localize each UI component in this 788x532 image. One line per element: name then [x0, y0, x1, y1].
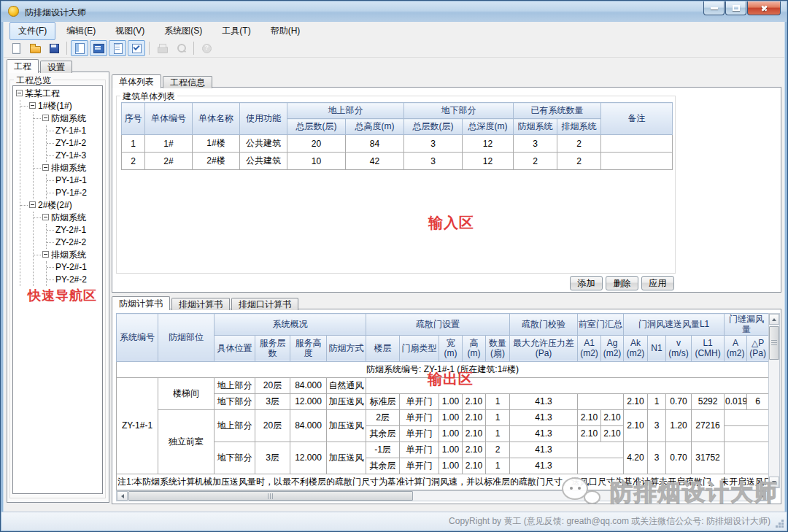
cell[interactable]: 1.20	[666, 409, 692, 442]
cell[interactable]: 4.20	[624, 442, 648, 474]
cell[interactable]: 2.10	[624, 409, 648, 442]
menu-item[interactable]: 工具(T)	[213, 22, 259, 40]
cell[interactable]: 独立前室	[158, 409, 215, 474]
collapse-icon[interactable]	[42, 164, 49, 171]
cell[interactable]: 1.00	[439, 425, 463, 442]
action-button[interactable]: 删除	[606, 276, 638, 290]
tree-node-label[interactable]: ZY-1#-1	[55, 126, 86, 136]
cell[interactable]	[366, 377, 769, 393]
cell[interactable]: 加压送风	[327, 393, 366, 409]
cell[interactable]: 27216	[692, 409, 725, 442]
scroll-left-arrow[interactable]	[117, 491, 128, 501]
minimize-button[interactable]	[703, 1, 725, 15]
cell[interactable]: 1	[486, 425, 510, 442]
open-folder-button[interactable]	[26, 40, 44, 56]
tree-node-label[interactable]: PY-2#-2	[55, 274, 87, 285]
cell[interactable]: 20层	[255, 377, 290, 393]
cell[interactable]: 2#楼	[193, 153, 240, 170]
cell[interactable]: 5292	[692, 393, 725, 409]
tree-node-label[interactable]: ZY-1#-2	[55, 138, 86, 148]
cell[interactable]: 84.000	[290, 377, 327, 393]
tab[interactable]: 工程	[7, 59, 39, 73]
cell[interactable]	[725, 409, 769, 425]
cell[interactable]: 84	[346, 135, 404, 153]
cell[interactable]: -1层	[366, 442, 400, 458]
maximize-button[interactable]	[725, 1, 746, 15]
cell[interactable]: 1	[486, 409, 510, 425]
cell[interactable]: 1	[486, 458, 510, 474]
cell[interactable]: 1#楼	[193, 135, 240, 153]
tree-node-label[interactable]: ZY-1#-3	[55, 150, 86, 161]
cell[interactable]	[601, 135, 673, 153]
horizontal-scrollbar[interactable]	[116, 490, 768, 501]
cell[interactable]: 2.10	[578, 425, 601, 442]
tab[interactable]: 排烟口计算书	[231, 298, 298, 310]
cell[interactable]: 31752	[692, 442, 725, 474]
cell[interactable]: 单开门	[400, 425, 439, 442]
cell[interactable]: 1.00	[439, 393, 463, 409]
tree-node-label[interactable]: PY-1#-1	[55, 175, 87, 185]
scroll-up-arrow[interactable]	[769, 314, 779, 325]
cell[interactable]: 2.10	[578, 409, 601, 425]
tree-node-label[interactable]: 2#楼(2#)	[38, 200, 72, 210]
cell[interactable]: 2.10	[624, 393, 648, 409]
collapse-icon[interactable]	[42, 251, 49, 258]
resize-grip-icon[interactable]	[781, 525, 784, 528]
cell[interactable]: 2.10	[601, 409, 624, 425]
cell[interactable]: 41.3	[510, 409, 578, 425]
tree-node-label[interactable]: 排烟系统	[51, 250, 86, 260]
cell[interactable]: 41.3	[510, 442, 578, 458]
cell[interactable]: 单开门	[400, 409, 439, 425]
cell[interactable]: 1	[122, 135, 145, 153]
cell[interactable]: 10	[287, 153, 346, 170]
tree-node-label[interactable]: PY-2#-1	[55, 262, 87, 272]
cell[interactable]: 3层	[255, 393, 290, 409]
cell[interactable]: 1#	[145, 135, 193, 153]
tree-node-label[interactable]: 防烟系统	[51, 212, 86, 223]
cell[interactable]: 2	[557, 135, 601, 153]
cell[interactable]: 6	[747, 393, 769, 409]
cell[interactable]: 地上部分	[215, 409, 255, 442]
cell[interactable]: 单开门	[400, 393, 439, 409]
action-button[interactable]: 应用	[641, 276, 674, 290]
scroll-right-arrow[interactable]	[757, 491, 768, 501]
cell[interactable]: 3	[648, 409, 666, 442]
cell[interactable]: 单开门	[400, 458, 439, 474]
cell[interactable]	[578, 393, 624, 409]
cell[interactable]: 公共建筑	[240, 153, 287, 170]
cell[interactable]	[578, 442, 624, 458]
scroll-down-arrow[interactable]	[769, 477, 779, 487]
report-button[interactable]	[109, 40, 126, 56]
collapse-icon[interactable]	[29, 102, 36, 109]
cell[interactable]: 单开门	[400, 442, 439, 458]
collapse-icon[interactable]	[16, 90, 23, 96]
cell[interactable]: 41.3	[510, 458, 578, 474]
menu-item[interactable]: 视图(V)	[107, 22, 153, 40]
project-panel-button[interactable]	[71, 40, 88, 56]
cell[interactable]: ZY-1#-1	[117, 377, 158, 474]
cell[interactable]: 20层	[255, 409, 290, 442]
cell[interactable]: 2.10	[463, 425, 486, 442]
cell[interactable]: 加压送风	[327, 409, 366, 442]
menu-item[interactable]: 文件(F)	[9, 22, 55, 40]
collapse-icon[interactable]	[29, 201, 36, 208]
cell[interactable]: 0.019	[725, 393, 747, 409]
cell[interactable]	[578, 458, 624, 474]
selected-cell[interactable]	[725, 425, 769, 442]
check-button[interactable]	[128, 40, 145, 56]
cell[interactable]: 3	[648, 442, 666, 474]
action-button[interactable]: 添加	[570, 276, 603, 290]
cell[interactable]: 1.00	[439, 458, 463, 474]
cell[interactable]: 2.10	[463, 442, 486, 458]
vertical-scroll-thumb[interactable]	[769, 326, 779, 360]
new-file-button[interactable]	[7, 40, 25, 56]
tab[interactable]: 工程信息	[163, 76, 212, 88]
cell[interactable]	[601, 153, 673, 170]
menu-item[interactable]: 编辑(E)	[58, 22, 104, 40]
close-button[interactable]	[747, 1, 781, 15]
system-diagram-button[interactable]	[90, 40, 107, 56]
cell[interactable]: 地上部分	[215, 377, 255, 393]
cell[interactable]: 2.10	[601, 425, 624, 442]
cell[interactable]: 1	[648, 393, 666, 409]
tab[interactable]: 设置	[40, 61, 72, 73]
